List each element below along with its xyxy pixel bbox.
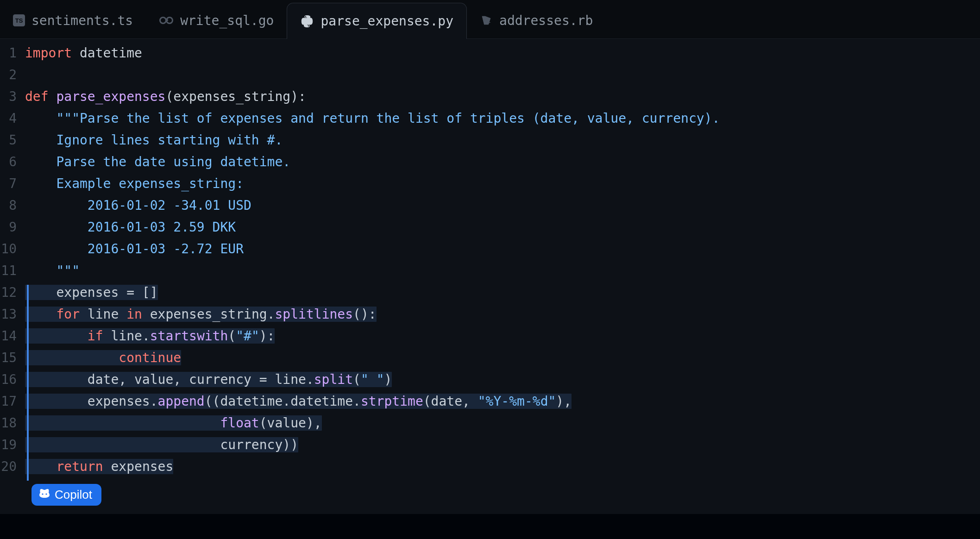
line-number: 14: [0, 328, 25, 344]
line-content[interactable]: Example expenses_string:: [25, 176, 244, 191]
line-number: 3: [0, 89, 25, 104]
line-number: 12: [0, 285, 25, 300]
line-content[interactable]: expenses = []: [25, 285, 158, 300]
svg-rect-4: [165, 19, 168, 21]
code-line[interactable]: 8 2016-01-02 -34.01 USD: [0, 198, 980, 219]
line-content[interactable]: 2016-01-03 -2.72 EUR: [25, 241, 244, 257]
code-line[interactable]: 7 Example expenses_string:: [0, 176, 980, 198]
python-icon: [300, 14, 314, 28]
code-editor[interactable]: 1import datetime23def parse_expenses(exp…: [0, 39, 980, 481]
line-number: 19: [0, 437, 25, 452]
line-content[interactable]: expenses.append((datetime.datetime.strpt…: [25, 394, 572, 409]
bottom-bar: [0, 514, 980, 539]
line-number: 5: [0, 132, 25, 148]
line-number: 9: [0, 219, 25, 235]
line-content[interactable]: """: [25, 263, 80, 278]
code-line[interactable]: 18 float(value),: [0, 415, 980, 437]
line-content[interactable]: 2016-01-02 -34.01 USD: [25, 198, 251, 213]
svg-text:TS: TS: [15, 17, 23, 24]
tab-write-sql[interactable]: write_sql.go: [146, 2, 287, 38]
svg-point-6: [45, 493, 47, 495]
line-number: 20: [0, 459, 25, 474]
line-content[interactable]: import datetime: [25, 45, 142, 61]
line-content[interactable]: float(value),: [25, 415, 322, 431]
code-line[interactable]: 12 expenses = []: [0, 285, 980, 307]
line-number: 7: [0, 176, 25, 191]
tab-label: write_sql.go: [180, 13, 274, 28]
copilot-icon: [38, 488, 51, 502]
line-content[interactable]: """Parse the list of expenses and return…: [25, 111, 720, 126]
code-line[interactable]: 4 """Parse the list of expenses and retu…: [0, 111, 980, 132]
code-line[interactable]: 16 date, value, currency = line.split(" …: [0, 372, 980, 394]
code-line[interactable]: 10 2016-01-03 -2.72 EUR: [0, 241, 980, 263]
line-number: 6: [0, 154, 25, 169]
line-number: 16: [0, 372, 25, 387]
code-line[interactable]: 3def parse_expenses(expenses_string):: [0, 89, 980, 111]
svg-point-5: [42, 493, 43, 495]
line-content[interactable]: Parse the date using datetime.: [25, 154, 290, 169]
code-line[interactable]: 11 """: [0, 263, 980, 285]
tab-addresses[interactable]: addresses.rb: [467, 2, 606, 38]
line-number: 17: [0, 394, 25, 409]
line-number: 1: [0, 45, 25, 61]
tab-label: parse_expenses.py: [320, 13, 453, 29]
code-line[interactable]: 9 2016-01-03 2.59 DKK: [0, 219, 980, 241]
line-content[interactable]: currency)): [25, 437, 298, 452]
ts-icon: TS: [13, 14, 25, 26]
line-content[interactable]: for line in expenses_string.splitlines()…: [25, 307, 377, 322]
tab-bar: TS sentiments.ts write_sql.go parse_expe…: [0, 0, 980, 39]
tab-parse-expenses[interactable]: parse_expenses.py: [287, 3, 467, 39]
go-icon: [159, 16, 174, 25]
code-line[interactable]: 19 currency)): [0, 437, 980, 459]
line-number: 8: [0, 198, 25, 213]
line-number: 11: [0, 263, 25, 278]
line-content[interactable]: def parse_expenses(expenses_string):: [25, 89, 306, 104]
line-content[interactable]: date, value, currency = line.split(" "): [25, 372, 392, 387]
code-line[interactable]: 17 expenses.append((datetime.datetime.st…: [0, 394, 980, 415]
code-line[interactable]: 1import datetime: [0, 45, 980, 67]
code-line[interactable]: 2: [0, 67, 980, 89]
line-number: 4: [0, 111, 25, 126]
code-line[interactable]: 20 return expenses: [0, 459, 980, 481]
code-line[interactable]: 15 continue: [0, 350, 980, 372]
line-number: 18: [0, 415, 25, 431]
line-content[interactable]: if line.startswith("#"):: [25, 328, 275, 344]
copilot-label: Copilot: [55, 488, 92, 502]
code-line[interactable]: 13 for line in expenses_string.splitline…: [0, 307, 980, 328]
line-number: 2: [0, 67, 25, 82]
code-line[interactable]: 6 Parse the date using datetime.: [0, 154, 980, 176]
svg-point-2: [160, 18, 166, 24]
line-number: 10: [0, 241, 25, 257]
tab-label: sentiments.ts: [31, 13, 133, 28]
line-content[interactable]: return expenses: [25, 459, 173, 474]
code-line[interactable]: 14 if line.startswith("#"):: [0, 328, 980, 350]
line-number: 15: [0, 350, 25, 365]
line-number: 13: [0, 307, 25, 322]
copilot-button[interactable]: Copilot: [31, 484, 101, 506]
ruby-icon: [480, 14, 493, 27]
line-content[interactable]: Ignore lines starting with #.: [25, 132, 283, 148]
code-line[interactable]: 5 Ignore lines starting with #.: [0, 132, 980, 154]
tab-label: addresses.rb: [499, 13, 593, 28]
line-content[interactable]: 2016-01-03 2.59 DKK: [25, 219, 236, 235]
tab-sentiments[interactable]: TS sentiments.ts: [0, 2, 146, 38]
line-content[interactable]: continue: [25, 350, 181, 365]
